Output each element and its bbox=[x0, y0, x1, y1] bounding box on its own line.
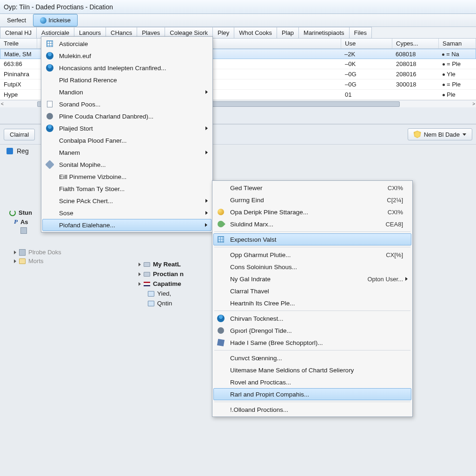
monitor-icon bbox=[148, 291, 154, 297]
shortcut: Opton User... bbox=[349, 276, 403, 283]
leaf-icon bbox=[216, 219, 225, 229]
menu-item[interactable]: Conbalpa Plood Faner... bbox=[42, 134, 212, 146]
flag-icon bbox=[144, 282, 150, 286]
menu-item[interactable]: Astiorciale bbox=[42, 38, 212, 50]
menu-item[interactable]: !.Olloand Proctions... bbox=[213, 403, 411, 416]
grid-icon bbox=[218, 236, 224, 243]
nem-bl-dade-button[interactable]: Nem Bl Dade bbox=[408, 128, 472, 140]
tab-marinetispiaots[interactable]: Marinetispiaots bbox=[298, 27, 349, 38]
separator bbox=[214, 402, 410, 402]
refresh-icon bbox=[9, 210, 16, 216]
menu-item[interactable]: Opa Deripk Pline Sttarage...CXI% bbox=[213, 206, 411, 218]
menu-irickeise[interactable]: Irickeise bbox=[33, 14, 78, 26]
menu-item[interactable]: Piofand Eialehane... bbox=[42, 219, 212, 231]
menu-item[interactable]: Rarl and Propirt Compahis... bbox=[213, 388, 411, 400]
menu-serfect[interactable]: Serfect bbox=[0, 14, 33, 26]
chevron-down-icon bbox=[463, 133, 466, 136]
menu-item[interactable]: Fialth Toman Ty Stoer... bbox=[42, 183, 212, 195]
shortcut: C[2¼] bbox=[368, 197, 403, 204]
tab-plap[interactable]: Plap bbox=[277, 27, 299, 38]
menu-item[interactable]: Pline Couda Charland Danbred)... bbox=[42, 110, 212, 122]
drive2-icon bbox=[144, 272, 150, 277]
window-title: Oyp: Tiïn - Daded Proctians - Dication bbox=[4, 3, 113, 11]
person-icon bbox=[46, 125, 53, 132]
ball-icon bbox=[218, 209, 224, 215]
person-icon bbox=[46, 64, 53, 72]
tab-ctenal-hj[interactable]: Ctenal HJ bbox=[0, 27, 37, 38]
separator bbox=[214, 350, 410, 350]
dropdown-submenu: Ged TlewerCXI%Gurrng EindC[2¼]Opa Deripk… bbox=[212, 180, 413, 417]
tree-item[interactable]: Yied, bbox=[138, 289, 221, 298]
menu-item[interactable]: Mulekin.euf bbox=[42, 50, 212, 62]
menu-item[interactable]: Siuldind Marx...CEA8] bbox=[213, 218, 411, 230]
menu-item[interactable]: Sose bbox=[42, 207, 212, 219]
menu-item[interactable]: Opp Gharmut Plutie...CX[%] bbox=[213, 249, 411, 261]
gear-icon bbox=[46, 113, 53, 119]
shortcut: CXI% bbox=[369, 209, 403, 216]
folder-icon bbox=[19, 258, 26, 264]
shortcut: CEA8] bbox=[367, 221, 403, 228]
tree-plrobe[interactable]: Plrobe Doks bbox=[7, 248, 128, 257]
wrench-icon bbox=[45, 160, 54, 169]
th-cypes[interactable]: Cypes... bbox=[392, 39, 439, 48]
monitor-icon bbox=[148, 301, 154, 306]
tree-item[interactable]: Proctian n bbox=[138, 269, 221, 279]
person-icon bbox=[217, 315, 225, 322]
separator bbox=[214, 231, 410, 232]
expand-icon[interactable] bbox=[139, 263, 141, 266]
separator bbox=[214, 247, 410, 247]
cube-icon bbox=[217, 339, 225, 346]
expand-icon[interactable] bbox=[14, 259, 16, 263]
tab-pley[interactable]: Pley bbox=[212, 27, 234, 38]
p-icon: P bbox=[14, 218, 18, 225]
mid-tree: My ReatLProctian nCapatimeYied,Qntin bbox=[138, 259, 221, 308]
menu-item[interactable]: Heartnih Its Clree Ple... bbox=[213, 297, 411, 309]
menu-item[interactable]: Plaijed Stort bbox=[42, 122, 212, 134]
th-treile[interactable]: Treile bbox=[0, 39, 37, 48]
menu-item[interactable]: Sorand Poos... bbox=[42, 98, 212, 110]
menu-item[interactable]: Ged TlewerCXI% bbox=[213, 182, 411, 194]
shield-icon bbox=[414, 131, 421, 138]
menu-item[interactable]: Hade I Same (Bree Schopptorl)... bbox=[213, 337, 411, 349]
menu-item[interactable]: Chirvan Tocknest... bbox=[213, 312, 411, 324]
clairral-button[interactable]: Clairral bbox=[4, 129, 35, 140]
drive-icon bbox=[144, 262, 150, 267]
tree-item[interactable]: Qntin bbox=[138, 298, 221, 308]
titlebar: Oyp: Tiïn - Daded Proctians - Dication bbox=[0, 0, 476, 14]
expand-icon[interactable] bbox=[14, 251, 16, 254]
square-icon bbox=[20, 227, 27, 234]
shortcut: CXI% bbox=[369, 185, 403, 192]
menu-item[interactable]: Expectsıon Valst bbox=[213, 233, 411, 245]
menu-item[interactable]: Uitemase Mane Seldions of Chartd Seliero… bbox=[213, 364, 411, 376]
file-icon bbox=[47, 101, 53, 107]
menu-item[interactable]: Gurrng EindC[2¼] bbox=[213, 194, 411, 206]
dropdown-primary: AstiorcialeMulekin.eufHoncasions antd In… bbox=[41, 36, 213, 232]
tree-item[interactable]: My ReatL bbox=[138, 259, 221, 269]
menu-item[interactable]: Gpıorl {Drengol Tide... bbox=[213, 324, 411, 337]
panel-icon bbox=[7, 148, 13, 154]
expand-icon[interactable] bbox=[139, 282, 141, 286]
menu-item[interactable]: Eill Pinmeme Vizboine... bbox=[42, 171, 212, 183]
menu-item[interactable]: Rovel and Procticas... bbox=[213, 376, 411, 388]
separator bbox=[214, 311, 410, 311]
menu-item[interactable]: Mandion bbox=[42, 86, 212, 98]
menu-item[interactable]: Manem bbox=[42, 146, 212, 159]
menu-item[interactable]: Sonital Mopihe... bbox=[42, 159, 212, 171]
tab-whot-cooks[interactable]: Whot Cooks bbox=[234, 27, 277, 38]
menu-item[interactable]: Ny Gal IndrateOpton User... bbox=[213, 273, 411, 285]
person-icon bbox=[46, 52, 53, 60]
menu-item[interactable]: Cunvct Sœnning... bbox=[213, 352, 411, 364]
tree-morts[interactable]: Morts bbox=[7, 257, 128, 265]
menu-item[interactable]: Scine PAck Chert... bbox=[42, 195, 212, 207]
menu-item[interactable]: Clarral Thavel bbox=[213, 285, 411, 297]
menu-item[interactable]: Pld Rationd Rerence bbox=[42, 74, 212, 86]
th-use[interactable]: Use bbox=[341, 39, 392, 48]
tree-item[interactable]: Capatime bbox=[138, 279, 221, 289]
panel-label: Reg bbox=[17, 147, 29, 155]
menu-item[interactable]: Cons Soloiniun Shous... bbox=[213, 261, 411, 273]
shortcut: CX[%] bbox=[367, 251, 403, 258]
tab-files[interactable]: Files bbox=[349, 27, 372, 38]
th-saman[interactable]: Saman bbox=[439, 39, 476, 48]
expand-icon[interactable] bbox=[139, 272, 141, 276]
menu-item[interactable]: Honcasions antd Inelepten Cranfired... bbox=[42, 62, 212, 74]
